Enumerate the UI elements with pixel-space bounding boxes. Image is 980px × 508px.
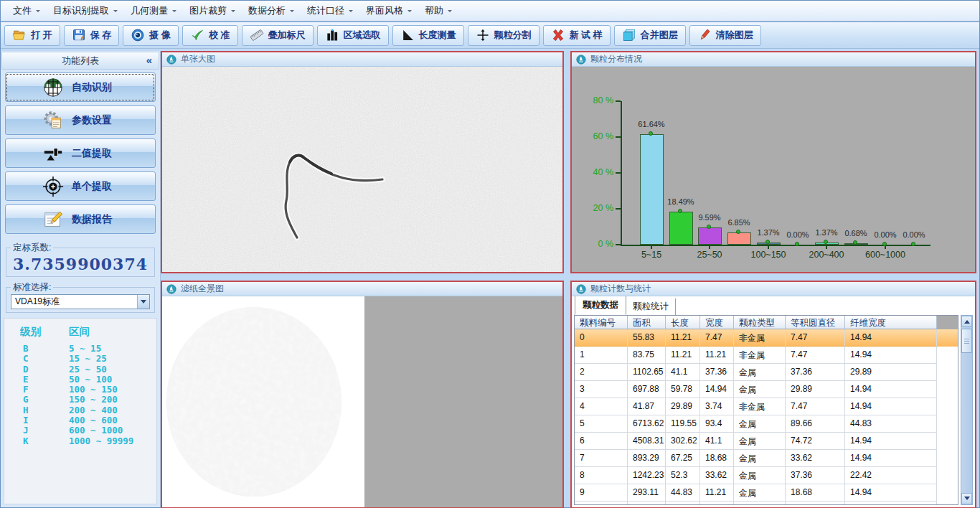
app-window: 文件目标识别提取几何测量图片裁剪数据分析统计口径界面风格帮助 打 开保 存摄 像… <box>0 0 980 508</box>
table-cell: 非金属 <box>734 398 786 415</box>
toolbar-button-length-measure[interactable]: 长度测量 <box>392 25 464 46</box>
menu-item-3[interactable]: 几何测量 <box>124 1 183 20</box>
level-grade: J <box>13 425 69 436</box>
table-row[interactable]: 9293.1144.8311.21金属18.6814.94 <box>575 484 958 502</box>
table-row[interactable]: 183.7511.2111.21非金属7.4714.94 <box>575 347 958 364</box>
table-row[interactable]: 56713.62119.5593.4金属89.6644.83 <box>575 415 958 433</box>
table-row-partial[interactable]: 金属 <box>575 502 958 505</box>
y-axis <box>621 101 622 245</box>
auto-detect-icon <box>42 77 65 98</box>
dropdown-arrow-icon[interactable] <box>137 295 149 309</box>
table-cell: 金属 <box>734 433 786 450</box>
table-row[interactable]: 441.8729.893.74非金属7.4714.94 <box>575 398 958 415</box>
menu-item-1[interactable]: 文件 <box>6 1 47 20</box>
toolbar-button-camera-lens[interactable]: 摄 像 <box>123 25 179 46</box>
scroll-down-icon[interactable] <box>961 493 972 504</box>
filter-paper-svg <box>162 296 562 507</box>
menu-item-8[interactable]: 帮助 <box>418 1 458 20</box>
table-cell: 119.55 <box>666 415 700 433</box>
level-range: 25 ~ 50 <box>69 364 107 375</box>
chevron-down-icon <box>231 10 235 14</box>
table-cell: 67.25 <box>666 450 700 467</box>
toolbar-button-save-floppy[interactable]: 保 存 <box>64 25 120 46</box>
sidebar-item-param-settings[interactable]: 参数设置 <box>5 105 156 135</box>
main-area: 单张大图 <box>161 51 979 507</box>
sidebar-item-auto-detect[interactable]: 自动识别 <box>5 72 156 102</box>
table-cell <box>786 502 845 505</box>
sidebar-item-data-report[interactable]: 数据报告 <box>5 204 156 234</box>
chart-bar-marker <box>736 230 740 234</box>
sidebar-collapse-button[interactable]: « <box>146 54 152 66</box>
tab-particle-data[interactable]: 颗粒数据 <box>575 296 626 315</box>
table-row-selected[interactable]: 055.8311.217.47非金属7.4714.94 <box>575 329 958 347</box>
table-cell: 74.72 <box>786 433 845 450</box>
chevron-down-icon <box>407 10 412 14</box>
table-cell: 33.62 <box>786 450 845 467</box>
table-cell: 7.47 <box>786 347 845 364</box>
toolbar-button-calibrate-check[interactable]: 校 准 <box>182 25 238 46</box>
level-grade: I <box>13 415 69 425</box>
menu-bar: 文件目标识别提取几何测量图片裁剪数据分析统计口径界面风格帮助 <box>1 1 979 22</box>
menu-item-label: 目标识别提取 <box>53 4 109 17</box>
table-row[interactable]: 3697.8859.7814.94金属29.8914.94 <box>575 381 958 398</box>
toolbar-button-overlay-ruler[interactable]: 叠加标尺 <box>242 25 314 46</box>
table-row[interactable]: 21102.6541.137.36金属37.3629.89 <box>575 364 958 381</box>
toolbar-button-new-sample[interactable]: 新 试 样 <box>543 25 611 46</box>
menu-item-6[interactable]: 统计口径 <box>301 1 359 20</box>
y-axis-tick-label: 20 % <box>576 203 613 213</box>
microscope-image[interactable] <box>162 67 562 272</box>
panel-title: 滤纸全景图 <box>181 283 224 295</box>
toolbar-button-open-folder[interactable]: 打 开 <box>4 25 60 46</box>
chart-bar-marker <box>678 209 682 213</box>
toolbar-button-merge-layers[interactable]: 合并图层 <box>614 25 686 46</box>
menu-item-label: 数据分析 <box>248 4 286 17</box>
table-row[interactable]: 7893.2967.2518.68金属33.6214.94 <box>575 450 958 467</box>
single-extract-icon <box>42 176 65 197</box>
panel-single-image: 单张大图 <box>161 51 564 273</box>
menu-item-5[interactable]: 数据分析 <box>242 1 301 20</box>
level-row: C15 ~ 25 <box>13 354 156 364</box>
table-scrollbar[interactable] <box>961 315 973 505</box>
binary-extract-icon <box>42 143 65 164</box>
scroll-up-icon[interactable] <box>961 316 972 327</box>
toolbar-button-particle-split[interactable]: 颗粒分割 <box>468 25 540 46</box>
menu-item-2[interactable]: 目标识别提取 <box>47 1 124 20</box>
table-cell: 金属 <box>734 467 786 484</box>
panel-statistics: 颗粒计数与统计 颗粒数据 颗粒统计 颗料编号面积长度宽度颗粒类型等积圆直径纤维宽… <box>570 281 976 508</box>
x-axis-tick-label: 600~1000 <box>853 250 918 260</box>
menu-item-7[interactable]: 界面风格 <box>359 1 418 20</box>
panel-statistics-titlebar: 颗粒计数与统计 <box>572 282 975 296</box>
table-cell: 41.87 <box>628 398 666 415</box>
calibration-groupbox: 定标系数: 3.7359900374 <box>6 242 155 277</box>
toolbar-button-clear-layers[interactable]: 清除图层 <box>689 25 761 46</box>
overlay-ruler-icon <box>250 28 264 42</box>
toolbar-button-label: 保 存 <box>90 29 112 42</box>
menu-item-4[interactable]: 图片裁剪 <box>183 1 242 20</box>
standard-select[interactable]: VDA19标准 <box>11 294 150 309</box>
sidebar-header: 功能列表 « <box>1 52 159 70</box>
particle-table[interactable]: 颗料编号面积长度宽度颗粒类型等积圆直径纤维宽度055.8311.217.47非金… <box>574 315 958 505</box>
table-cell: 37.36 <box>700 364 734 381</box>
table-cell <box>666 502 700 505</box>
table-row[interactable]: 64508.31302.6241.1金属74.7214.94 <box>575 433 958 450</box>
table-row[interactable]: 81242.2352.333.62金属37.3622.42 <box>575 467 958 484</box>
table-cell: 29.89 <box>666 398 700 415</box>
level-grade: C <box>13 354 69 364</box>
menu-item-label: 几何测量 <box>131 4 168 17</box>
sidebar-item-binary-extract[interactable]: 二值提取 <box>5 138 156 168</box>
y-axis-tick <box>616 100 621 102</box>
tab-particle-stats[interactable]: 颗粒统计 <box>626 298 676 315</box>
filter-paper-image[interactable] <box>162 296 562 507</box>
chart-bar-marker <box>795 242 799 246</box>
table-cell: 52.3 <box>666 467 700 484</box>
y-axis-tick-label: 0 % <box>576 239 613 249</box>
level-range: 200 ~ 400 <box>69 405 118 415</box>
sidebar-item-label: 单个提取 <box>72 180 112 193</box>
x-axis-tick <box>651 246 652 249</box>
scrollbar-thumb[interactable] <box>961 329 972 353</box>
sidebar-item-single-extract[interactable]: 单个提取 <box>5 171 156 201</box>
toolbar-button-region-select[interactable]: 区域选取 <box>317 25 389 46</box>
table-cell: 金属 <box>734 502 786 505</box>
table-cell: 4508.31 <box>628 433 666 450</box>
table-cell: 37.36 <box>786 364 845 381</box>
